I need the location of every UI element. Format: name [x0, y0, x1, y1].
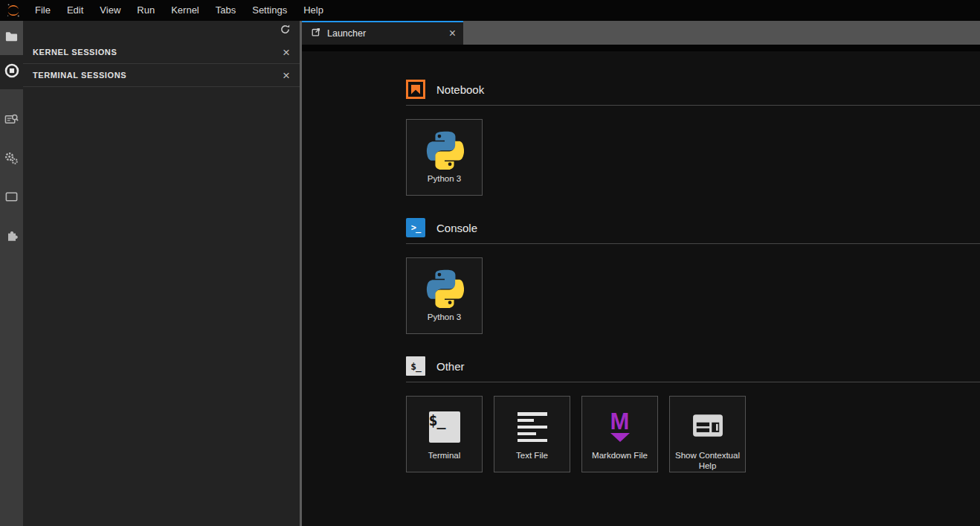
section-notebook: Notebook Python 3 — [406, 80, 980, 196]
tabbar-shadow — [302, 45, 980, 51]
markdown-icon: M — [604, 411, 636, 443]
launcher-body: Notebook Python 3 >_ Console — [302, 51, 980, 526]
notebook-icon — [406, 80, 425, 99]
card-label: Markdown File — [584, 450, 656, 461]
section-notebook-header: Notebook — [406, 80, 980, 99]
tab-label: Launcher — [327, 28, 449, 39]
terminal-sessions-label: TERMINAL SESSIONS — [33, 71, 126, 80]
launcher-card-contextual-help[interactable]: Show Contextual Help — [669, 396, 746, 472]
sidebar-item-services[interactable] — [0, 140, 23, 179]
tab-bar: Launcher × — [302, 21, 980, 45]
launcher-tab-icon — [311, 27, 321, 40]
kernel-sessions-header: KERNEL SESSIONS × — [23, 41, 300, 64]
main-area: Launcher × Notebook — [302, 21, 980, 526]
contextual-help-icon — [692, 413, 723, 441]
kernel-sessions-label: KERNEL SESSIONS — [33, 48, 117, 57]
section-title: Other — [436, 360, 465, 373]
launcher-card-terminal[interactable]: $_ Terminal — [406, 396, 483, 472]
card-label: Python 3 — [409, 173, 480, 184]
close-icon[interactable]: × — [449, 28, 456, 39]
launcher-card-text-file[interactable]: Text File — [494, 396, 570, 472]
section-divider — [406, 105, 980, 106]
services-gears-icon — [4, 151, 19, 168]
sidebar-item-open-tabs[interactable] — [0, 179, 23, 217]
menu-edit[interactable]: Edit — [59, 0, 91, 21]
running-sessions-panel: KERNEL SESSIONS × TERMINAL SESSIONS × — [23, 21, 300, 526]
section-console: >_ Console Python 3 — [406, 218, 980, 334]
tab-launcher[interactable]: Launcher × — [302, 21, 463, 45]
launcher-card-markdown-file[interactable]: M Markdown File — [581, 396, 658, 472]
sidebar-item-extensions[interactable] — [0, 217, 23, 256]
menu-kernel[interactable]: Kernel — [163, 0, 207, 21]
running-sessions-icon — [4, 63, 19, 81]
file-browser-icon — [4, 30, 19, 47]
section-divider — [406, 382, 980, 382]
menu-file[interactable]: File — [27, 0, 59, 21]
menu-run[interactable]: Run — [129, 0, 163, 21]
python-logo-icon — [425, 268, 464, 309]
panel-toolbar — [23, 21, 300, 41]
launcher-card-console-python3[interactable]: Python 3 — [406, 257, 483, 334]
sidebar-item-running-sessions[interactable] — [0, 55, 23, 89]
card-label: Terminal — [409, 450, 480, 461]
terminal-sessions-header: TERMINAL SESSIONS × — [23, 64, 300, 87]
menu-view[interactable]: View — [91, 0, 129, 21]
jupyter-logo-icon — [5, 2, 22, 19]
section-other: $_ Other $_ Terminal — [406, 356, 980, 472]
sidebar-item-inspector[interactable] — [0, 101, 23, 140]
menu-help[interactable]: Help — [295, 0, 332, 21]
sidebar-item-file-browser[interactable] — [0, 21, 23, 55]
menu-tabs[interactable]: Tabs — [207, 0, 244, 21]
terminal-icon: $_ — [406, 356, 425, 376]
close-icon[interactable]: × — [283, 69, 290, 82]
launcher-card-notebook-python3[interactable]: Python 3 — [406, 119, 483, 196]
section-other-header: $_ Other — [406, 356, 980, 376]
section-divider — [406, 243, 980, 244]
close-icon[interactable]: × — [283, 46, 290, 59]
activity-bar — [0, 21, 23, 526]
section-title: Console — [436, 222, 477, 234]
text-file-icon — [518, 412, 547, 442]
terminal-icon: $_ — [429, 411, 460, 443]
menu-bar: File Edit View Run Kernel Tabs Settings … — [0, 0, 980, 21]
section-console-header: >_ Console — [406, 218, 980, 237]
card-label: Python 3 — [409, 312, 480, 322]
extensions-puzzle-icon — [4, 228, 19, 246]
card-label: Text File — [497, 450, 568, 461]
inspector-icon — [4, 112, 19, 129]
open-tabs-icon — [4, 190, 19, 207]
console-icon: >_ — [406, 218, 425, 237]
refresh-icon[interactable] — [280, 24, 291, 38]
menu-settings[interactable]: Settings — [244, 0, 295, 21]
section-title: Notebook — [436, 83, 484, 96]
python-logo-icon — [425, 129, 464, 171]
card-label: Show Contextual Help — [672, 450, 744, 472]
